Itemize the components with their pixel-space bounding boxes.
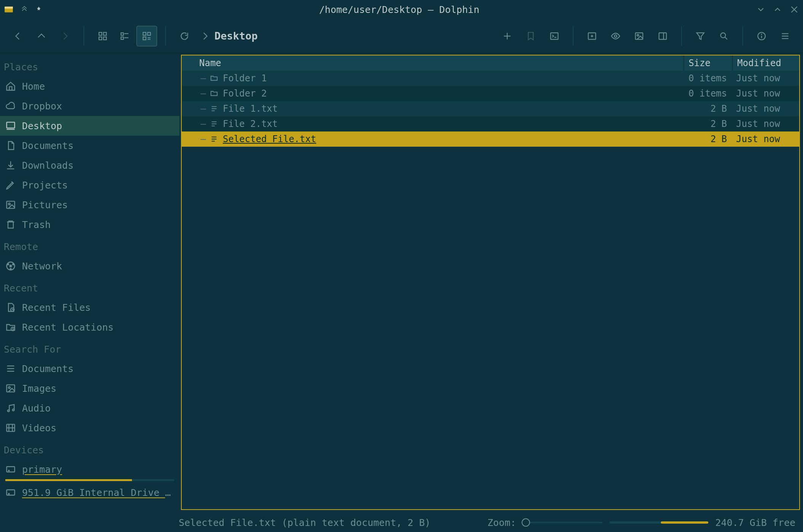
file-modified: Just now bbox=[732, 88, 799, 99]
close-button[interactable] bbox=[789, 5, 799, 14]
icon-view-button[interactable] bbox=[92, 26, 113, 46]
network-icon bbox=[5, 261, 16, 271]
svg-rect-27 bbox=[659, 33, 667, 39]
new-tab-button[interactable] bbox=[582, 26, 602, 46]
forward-button[interactable] bbox=[55, 26, 75, 46]
refresh-button[interactable] bbox=[174, 26, 195, 46]
sidebar-item-images[interactable]: Images bbox=[0, 378, 179, 398]
terminal-button[interactable] bbox=[544, 26, 565, 46]
toolbar: Desktop bbox=[0, 19, 803, 53]
file-size: 0 items bbox=[684, 88, 732, 99]
filter-button[interactable] bbox=[690, 26, 711, 46]
file-name: Selected File.txt bbox=[220, 134, 684, 144]
pencil-icon bbox=[5, 180, 16, 190]
sidebar-item-label: Documents bbox=[22, 363, 174, 374]
breadcrumb[interactable]: Desktop bbox=[200, 30, 258, 42]
chevron-right-icon bbox=[200, 31, 210, 41]
about-button[interactable] bbox=[751, 26, 772, 46]
file-row[interactable]: —Folder 10 itemsJust now bbox=[182, 71, 799, 86]
column-header-name[interactable]: Name bbox=[182, 55, 684, 71]
search-button[interactable] bbox=[714, 26, 734, 46]
file-row[interactable]: —Folder 20 itemsJust now bbox=[182, 86, 799, 101]
sidebar-item-label: Trash bbox=[22, 219, 174, 230]
info-panel-button[interactable] bbox=[652, 26, 673, 46]
maximize-button[interactable] bbox=[773, 5, 782, 14]
file-row[interactable]: —File 2.txt2 BJust now bbox=[182, 116, 799, 131]
svg-point-26 bbox=[637, 34, 639, 36]
file-row[interactable]: —File 1.txt2 BJust now bbox=[182, 101, 799, 116]
sidebar-item-downloads[interactable]: Downloads bbox=[0, 155, 179, 175]
bookmark-button[interactable] bbox=[521, 26, 541, 46]
svg-line-31 bbox=[725, 37, 727, 39]
compact-view-button[interactable] bbox=[114, 26, 135, 46]
sidebar-item-trash[interactable]: Trash bbox=[0, 215, 179, 234]
tree-guide: — bbox=[182, 134, 208, 144]
svg-rect-4 bbox=[99, 32, 102, 35]
breadcrumb-segment[interactable]: Desktop bbox=[214, 30, 258, 42]
sidebar-item-projects[interactable]: Projects bbox=[0, 175, 179, 195]
image-icon bbox=[5, 383, 16, 394]
preview-toggle-button[interactable] bbox=[605, 26, 626, 46]
file-size: 2 B bbox=[684, 119, 732, 129]
sidebar-item-pictures[interactable]: Pictures bbox=[0, 195, 179, 215]
column-header-modified[interactable]: Modified bbox=[732, 55, 799, 71]
details-view-button[interactable] bbox=[136, 26, 157, 46]
sidebar-heading: Places bbox=[0, 55, 179, 76]
svg-rect-25 bbox=[635, 33, 643, 39]
desktop-icon bbox=[5, 120, 16, 131]
sidebar-item-label: Home bbox=[22, 81, 174, 92]
doc-icon bbox=[5, 140, 16, 151]
up-button[interactable] bbox=[31, 26, 52, 46]
sidebar-item-951-9-gib-internal-drive-[interactable]: 951.9 GiB Internal Drive (… bbox=[0, 483, 179, 502]
disk-free-text: 240.7 GiB free bbox=[715, 517, 795, 528]
file-icon bbox=[208, 120, 220, 128]
device-usage-bar bbox=[5, 479, 174, 481]
sidebar-item-label: Documents bbox=[22, 140, 174, 151]
svg-point-30 bbox=[720, 33, 725, 38]
titlebar: /home/user/Desktop — Dolphin bbox=[0, 0, 803, 19]
svg-rect-10 bbox=[121, 37, 124, 40]
collapse-up-icon[interactable] bbox=[21, 6, 28, 13]
statusbar: Selected File.txt (plain text document, … bbox=[0, 513, 803, 532]
sidebar-item-label: Pictures bbox=[22, 200, 174, 211]
svg-rect-13 bbox=[148, 32, 151, 35]
tree-guide: — bbox=[182, 103, 208, 114]
back-button[interactable] bbox=[8, 26, 28, 46]
sidebar-item-network[interactable]: Network bbox=[0, 256, 179, 276]
download-icon bbox=[5, 160, 16, 171]
sidebar-item-label: Network bbox=[22, 261, 174, 272]
svg-rect-6 bbox=[99, 37, 102, 40]
sidebar-item-dropbox[interactable]: Dropbox bbox=[0, 96, 179, 116]
sidebar-item-primary[interactable]: primary bbox=[0, 459, 179, 479]
recent-files-icon bbox=[5, 302, 16, 313]
svg-rect-8 bbox=[121, 33, 124, 35]
file-list[interactable]: —Folder 10 itemsJust now—Folder 20 items… bbox=[182, 71, 799, 509]
pin-icon[interactable] bbox=[35, 6, 43, 13]
tree-guide: — bbox=[182, 73, 208, 84]
sidebar-item-documents[interactable]: Documents bbox=[0, 359, 179, 378]
file-row-selected[interactable]: —Selected File.txt2 BJust now bbox=[182, 131, 799, 147]
column-header-size[interactable]: Size bbox=[684, 55, 732, 71]
video-icon bbox=[5, 423, 16, 433]
file-modified: Just now bbox=[732, 134, 799, 144]
folder-icon bbox=[208, 74, 220, 82]
recent-loc-icon bbox=[5, 322, 16, 332]
file-name: File 1.txt bbox=[220, 103, 684, 114]
sidebar-item-home[interactable]: Home bbox=[0, 76, 179, 96]
image-preview-button[interactable] bbox=[629, 26, 649, 46]
app-icon bbox=[4, 5, 14, 14]
sidebar-item-label: Videos bbox=[22, 423, 174, 434]
svg-point-34 bbox=[761, 34, 762, 35]
sidebar-item-recent-locations[interactable]: Recent Locations bbox=[0, 317, 179, 337]
sidebar-item-videos[interactable]: Videos bbox=[0, 418, 179, 438]
zoom-slider-thumb[interactable] bbox=[522, 518, 530, 527]
minimize-button[interactable] bbox=[756, 5, 766, 14]
new-button[interactable] bbox=[497, 26, 517, 46]
sidebar-item-documents[interactable]: Documents bbox=[0, 136, 179, 155]
svg-point-24 bbox=[614, 35, 617, 37]
sidebar-item-recent-files[interactable]: Recent Files bbox=[0, 298, 179, 317]
hamburger-menu-button[interactable] bbox=[775, 26, 795, 46]
sidebar-item-desktop[interactable]: Desktop bbox=[0, 116, 179, 136]
zoom-slider[interactable] bbox=[523, 522, 603, 523]
sidebar-item-audio[interactable]: Audio bbox=[0, 398, 179, 418]
